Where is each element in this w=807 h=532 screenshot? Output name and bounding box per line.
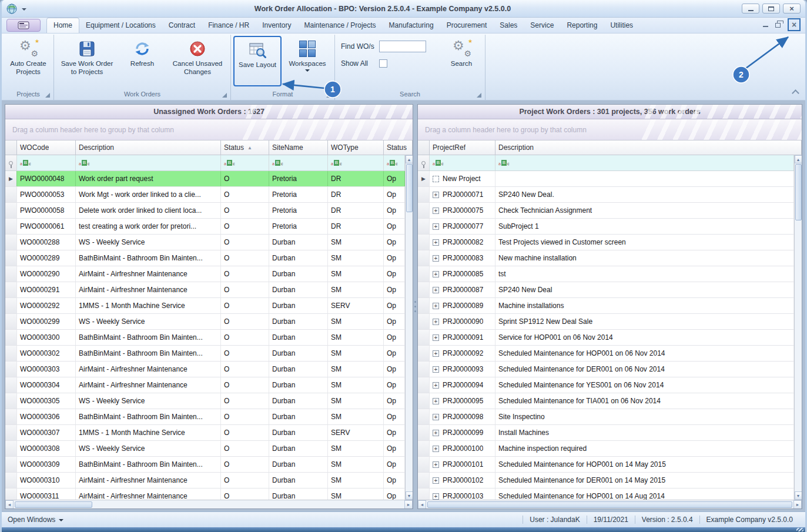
table-row[interactable]: +PRJ0000093Scheduled Maintenance for DER… bbox=[418, 362, 794, 377]
table-row[interactable]: +PRJ0000077SubProject 1 bbox=[418, 219, 794, 235]
left-vertical-scrollbar[interactable]: ▲ ▼ bbox=[405, 155, 413, 500]
expand-icon[interactable]: + bbox=[433, 271, 439, 277]
column-header-wotype[interactable]: WOType bbox=[328, 140, 384, 155]
tab-procurement[interactable]: Procurement bbox=[440, 18, 494, 33]
table-row[interactable]: WO0000289BathBinMaint - Bathroom Bin Mai… bbox=[5, 250, 405, 266]
tab-reporting[interactable]: Reporting bbox=[560, 18, 604, 33]
table-row[interactable]: +PRJ0000089Machine installations bbox=[418, 298, 794, 314]
table-row[interactable]: +PRJ0000100Machine inspection required bbox=[418, 441, 794, 457]
table-row[interactable]: +PRJ0000085tst bbox=[418, 266, 794, 282]
table-row[interactable]: +PRJ0000102Scheduled Maintenance for DER… bbox=[418, 473, 794, 488]
expand-icon[interactable]: + bbox=[433, 461, 439, 468]
find-wo-input[interactable] bbox=[379, 41, 426, 52]
tab-service[interactable]: Service bbox=[524, 18, 560, 33]
table-row[interactable]: +PRJ0000071SP240 New Deal. bbox=[418, 187, 794, 203]
scroll-right-button[interactable]: ► bbox=[793, 500, 802, 509]
tab-maintenance-projects[interactable]: Maintenance / Projects bbox=[298, 18, 383, 33]
table-row[interactable]: WO0000304AirMaint - Airfreshner Maintena… bbox=[5, 377, 405, 393]
tab-sales[interactable]: Sales bbox=[493, 18, 524, 33]
left-group-by-box[interactable]: Drag a column header here to group by th… bbox=[5, 119, 413, 140]
table-row[interactable]: +PRJ0000095Scheduled Maintenance for TIA… bbox=[418, 393, 794, 409]
table-row[interactable]: +PRJ0000103Scheduled Maintenance for HOP… bbox=[418, 488, 794, 500]
resize-grip[interactable] bbox=[796, 528, 803, 531]
table-row[interactable]: WO0000300BathBinMaint - Bathroom Bin Mai… bbox=[5, 330, 405, 346]
scrollbar-thumb[interactable] bbox=[427, 501, 792, 508]
table-row[interactable]: WO0000291AirMaint - Airfreshner Maintena… bbox=[5, 282, 405, 298]
expand-icon[interactable]: + bbox=[433, 192, 439, 198]
expand-icon[interactable]: + bbox=[433, 398, 439, 404]
open-windows-button[interactable]: Open Windows bbox=[8, 516, 63, 524]
application-menu-button[interactable] bbox=[6, 19, 41, 32]
tab-inventory[interactable]: Inventory bbox=[256, 18, 297, 33]
filter-cell-description[interactable]: aBc bbox=[495, 155, 794, 170]
table-row[interactable]: WO0000306BathBinMaint - Bathroom Bin Mai… bbox=[5, 409, 405, 425]
scroll-down-button[interactable]: ▼ bbox=[406, 491, 413, 500]
table-row[interactable]: +PRJ0000094Scheduled Maintenance for YES… bbox=[418, 377, 794, 393]
expand-icon[interactable]: + bbox=[433, 350, 439, 357]
table-row[interactable]: WO00002921MMS - 1 Month Machine ServiceO… bbox=[5, 298, 405, 314]
table-row[interactable]: +PRJ0000099Install Machines bbox=[418, 425, 794, 441]
filter-cell-sitename[interactable]: aBc bbox=[269, 155, 328, 170]
expand-icon[interactable]: + bbox=[433, 430, 439, 436]
expand-icon[interactable]: + bbox=[433, 446, 439, 452]
expand-icon[interactable]: + bbox=[433, 493, 439, 500]
tab-equipment-locations[interactable]: Equipment / Locations bbox=[79, 18, 162, 33]
mdi-restore-icon[interactable] bbox=[775, 23, 781, 28]
left-horizontal-scrollbar[interactable]: ◄ ► bbox=[5, 500, 413, 508]
ribbon-collapse-icon[interactable] bbox=[792, 89, 799, 97]
filter-cell-projectref[interactable]: aBc bbox=[430, 155, 495, 170]
table-row[interactable]: +PRJ0000090Sprint SP1912 New Deal Sale bbox=[418, 314, 794, 330]
filter-cell-status[interactable]: aBc bbox=[384, 155, 405, 170]
mdi-close-icon[interactable]: × bbox=[792, 21, 796, 29]
expand-icon[interactable]: + bbox=[433, 477, 439, 484]
table-row[interactable]: PWO0000058Delete work order linked to cl… bbox=[5, 203, 405, 219]
column-header-status[interactable]: Status bbox=[384, 140, 413, 155]
table-row[interactable]: WO0000290AirMaint - Airfreshner Maintena… bbox=[5, 266, 405, 282]
titlebar-dropdown-icon[interactable] bbox=[22, 8, 26, 13]
table-row[interactable]: WO0000288WS - Weekly ServiceODurbanSMOp bbox=[5, 235, 405, 250]
dialog-launcher-icon[interactable] bbox=[326, 93, 331, 98]
column-header-wocode[interactable]: WOCode bbox=[17, 140, 76, 155]
scroll-up-button[interactable]: ▲ bbox=[795, 155, 802, 163]
column-header-description[interactable]: Description bbox=[76, 140, 221, 155]
column-header-description[interactable]: Description bbox=[495, 140, 802, 155]
dialog-launcher-icon[interactable] bbox=[477, 93, 481, 98]
expand-icon[interactable]: + bbox=[433, 239, 439, 246]
table-row[interactable]: ▶PWO0000048Work order part requestOPreto… bbox=[5, 171, 405, 187]
scrollbar-thumb[interactable] bbox=[15, 501, 92, 508]
table-row[interactable]: +PRJ0000075Check Technician Assignment bbox=[418, 203, 794, 219]
table-row[interactable]: WO0000299WS - Weekly ServiceODurbanSMOp bbox=[5, 314, 405, 330]
tab-utilities[interactable]: Utilities bbox=[604, 18, 639, 33]
table-row[interactable]: WO00003071MMS - 1 Month Machine ServiceO… bbox=[5, 425, 405, 441]
dialog-launcher-icon[interactable] bbox=[222, 93, 227, 98]
expand-icon[interactable]: + bbox=[433, 223, 439, 230]
scroll-down-button[interactable]: ▼ bbox=[795, 491, 802, 500]
refresh-button[interactable]: Refresh bbox=[119, 36, 166, 69]
save-work-order-button[interactable]: Save Work Order to Projects bbox=[56, 36, 118, 78]
tab-manufacturing[interactable]: Manufacturing bbox=[383, 18, 440, 33]
table-row[interactable]: +PRJ0000092Scheduled Maintenance for HOP… bbox=[418, 346, 794, 362]
table-row[interactable]: +PRJ0000098Site Inspectino bbox=[418, 409, 794, 425]
tab-home[interactable]: Home bbox=[46, 18, 79, 33]
right-group-by-box[interactable]: Drag a column header here to group by th… bbox=[418, 119, 802, 140]
filter-cell-description[interactable]: aBc bbox=[76, 155, 221, 170]
auto-create-projects-button[interactable]: ⚙ ⚙ ★ Auto Create Projects bbox=[5, 36, 51, 78]
table-row[interactable]: WO0000305WS - Weekly ServiceODurbanSMOp bbox=[5, 393, 405, 409]
expand-icon[interactable]: + bbox=[433, 287, 439, 293]
expand-icon[interactable]: + bbox=[433, 303, 439, 309]
scroll-left-button[interactable]: ◄ bbox=[5, 500, 14, 509]
panel-splitter[interactable] bbox=[413, 104, 417, 509]
expand-icon[interactable]: + bbox=[433, 208, 439, 214]
show-all-checkbox[interactable] bbox=[379, 59, 387, 68]
table-row[interactable]: +PRJ0000082Test Projects viewed in Custo… bbox=[418, 235, 794, 250]
tab-contract[interactable]: Contract bbox=[162, 18, 202, 33]
maximize-button[interactable] bbox=[762, 4, 780, 14]
expand-icon[interactable]: + bbox=[433, 319, 439, 325]
filter-cell-status[interactable]: aBc bbox=[221, 155, 269, 170]
search-button[interactable]: ⚙ ⚙ ★ Search bbox=[440, 36, 483, 69]
filter-cell-wotype[interactable]: aBc bbox=[328, 155, 384, 170]
expand-icon[interactable]: + bbox=[433, 414, 439, 420]
table-row[interactable]: ▶New Project bbox=[418, 171, 794, 187]
column-header-status[interactable]: Status▲ bbox=[221, 140, 269, 155]
table-row[interactable]: WO0000311AirMaint - Airfreshner Maintena… bbox=[5, 488, 405, 500]
